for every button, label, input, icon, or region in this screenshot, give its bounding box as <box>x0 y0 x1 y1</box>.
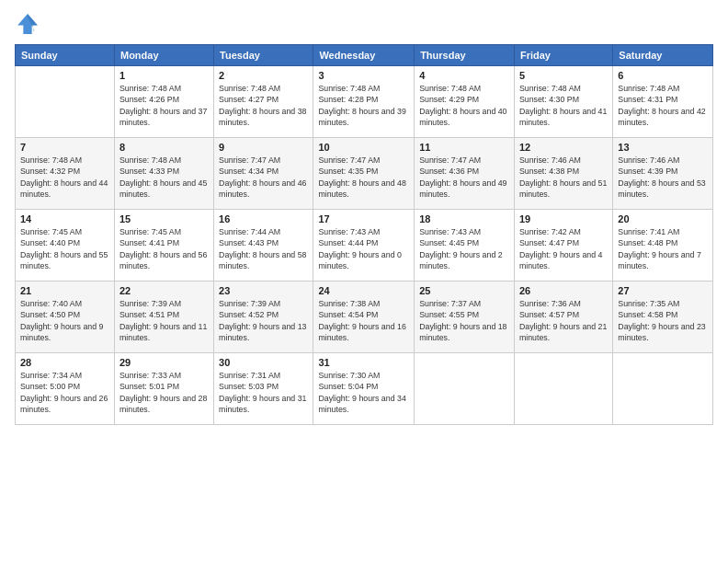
day-number: 7 <box>20 142 109 153</box>
day-info: Sunrise: 7:39 AMSunset: 4:52 PMDaylight:… <box>219 298 308 343</box>
calendar-body: 1Sunrise: 7:48 AMSunset: 4:26 PMDaylight… <box>16 66 713 425</box>
day-number: 21 <box>20 285 109 296</box>
calendar-cell: 3Sunrise: 7:48 AMSunset: 4:28 PMDaylight… <box>313 66 415 138</box>
day-number: 5 <box>519 70 608 81</box>
logo <box>15 11 44 37</box>
weekday-header: Monday <box>114 45 213 66</box>
calendar-cell: 30Sunrise: 7:31 AMSunset: 5:03 PMDayligh… <box>214 353 313 425</box>
day-info: Sunrise: 7:41 AMSunset: 4:48 PMDaylight:… <box>618 226 708 271</box>
day-info: Sunrise: 7:42 AMSunset: 4:47 PMDaylight:… <box>519 226 608 271</box>
day-info: Sunrise: 7:48 AMSunset: 4:27 PMDaylight:… <box>219 83 308 128</box>
day-number: 30 <box>219 357 308 368</box>
logo-icon <box>15 11 40 37</box>
day-info: Sunrise: 7:48 AMSunset: 4:29 PMDaylight:… <box>419 83 509 128</box>
calendar-week-row: 14Sunrise: 7:45 AMSunset: 4:40 PMDayligh… <box>16 210 713 282</box>
calendar-page: SundayMondayTuesdayWednesdayThursdayFrid… <box>0 0 728 563</box>
day-info: Sunrise: 7:45 AMSunset: 4:40 PMDaylight:… <box>20 226 109 271</box>
day-info: Sunrise: 7:48 AMSunset: 4:33 PMDaylight:… <box>119 155 209 200</box>
calendar-cell: 16Sunrise: 7:44 AMSunset: 4:43 PMDayligh… <box>214 210 313 282</box>
calendar-cell: 15Sunrise: 7:45 AMSunset: 4:41 PMDayligh… <box>114 210 213 282</box>
header <box>15 11 713 37</box>
day-number: 13 <box>618 142 708 153</box>
day-info: Sunrise: 7:43 AMSunset: 4:45 PMDaylight:… <box>419 226 509 271</box>
day-number: 29 <box>119 357 209 368</box>
calendar-cell: 18Sunrise: 7:43 AMSunset: 4:45 PMDayligh… <box>415 210 515 282</box>
calendar-cell: 25Sunrise: 7:37 AMSunset: 4:55 PMDayligh… <box>415 282 515 353</box>
calendar-cell: 13Sunrise: 7:46 AMSunset: 4:39 PMDayligh… <box>613 138 713 210</box>
day-number: 22 <box>119 285 209 296</box>
day-info: Sunrise: 7:34 AMSunset: 5:00 PMDaylight:… <box>20 370 109 415</box>
day-info: Sunrise: 7:37 AMSunset: 4:55 PMDaylight:… <box>419 298 509 343</box>
day-number: 6 <box>618 70 708 81</box>
day-number: 19 <box>519 213 608 224</box>
calendar-cell: 14Sunrise: 7:45 AMSunset: 4:40 PMDayligh… <box>16 210 115 282</box>
day-info: Sunrise: 7:46 AMSunset: 4:39 PMDaylight:… <box>618 155 708 200</box>
weekday-header: Wednesday <box>313 45 415 66</box>
day-info: Sunrise: 7:48 AMSunset: 4:28 PMDaylight:… <box>318 83 409 128</box>
day-info: Sunrise: 7:40 AMSunset: 4:50 PMDaylight:… <box>20 298 109 343</box>
day-info: Sunrise: 7:31 AMSunset: 5:03 PMDaylight:… <box>219 370 308 415</box>
day-info: Sunrise: 7:47 AMSunset: 4:36 PMDaylight:… <box>419 155 509 200</box>
day-info: Sunrise: 7:47 AMSunset: 4:34 PMDaylight:… <box>219 155 308 200</box>
day-number: 31 <box>318 357 409 368</box>
calendar-cell: 6Sunrise: 7:48 AMSunset: 4:31 PMDaylight… <box>613 66 713 138</box>
day-number: 27 <box>618 285 708 296</box>
weekday-header: Thursday <box>415 45 515 66</box>
day-number: 10 <box>318 142 409 153</box>
calendar-week-row: 7Sunrise: 7:48 AMSunset: 4:32 PMDaylight… <box>16 138 713 210</box>
calendar-cell: 2Sunrise: 7:48 AMSunset: 4:27 PMDaylight… <box>214 66 313 138</box>
day-number: 25 <box>419 285 509 296</box>
calendar-cell: 27Sunrise: 7:35 AMSunset: 4:58 PMDayligh… <box>613 282 713 353</box>
calendar-cell: 8Sunrise: 7:48 AMSunset: 4:33 PMDaylight… <box>114 138 213 210</box>
day-number: 15 <box>119 213 209 224</box>
calendar-cell: 4Sunrise: 7:48 AMSunset: 4:29 PMDaylight… <box>415 66 515 138</box>
calendar-week-row: 21Sunrise: 7:40 AMSunset: 4:50 PMDayligh… <box>16 282 713 353</box>
calendar-cell: 10Sunrise: 7:47 AMSunset: 4:35 PMDayligh… <box>313 138 415 210</box>
calendar-cell <box>415 353 515 425</box>
day-number: 23 <box>219 285 308 296</box>
day-info: Sunrise: 7:30 AMSunset: 5:04 PMDaylight:… <box>318 370 409 415</box>
calendar-cell: 24Sunrise: 7:38 AMSunset: 4:54 PMDayligh… <box>313 282 415 353</box>
day-number: 14 <box>20 213 109 224</box>
day-number: 4 <box>419 70 509 81</box>
calendar-cell: 11Sunrise: 7:47 AMSunset: 4:36 PMDayligh… <box>415 138 515 210</box>
day-number: 17 <box>318 213 409 224</box>
day-number: 12 <box>519 142 608 153</box>
calendar-cell: 9Sunrise: 7:47 AMSunset: 4:34 PMDaylight… <box>214 138 313 210</box>
calendar-cell: 21Sunrise: 7:40 AMSunset: 4:50 PMDayligh… <box>16 282 115 353</box>
calendar-cell: 1Sunrise: 7:48 AMSunset: 4:26 PMDaylight… <box>114 66 213 138</box>
day-number: 26 <box>519 285 608 296</box>
day-info: Sunrise: 7:36 AMSunset: 4:57 PMDaylight:… <box>519 298 608 343</box>
day-number: 9 <box>219 142 308 153</box>
calendar-cell <box>613 353 713 425</box>
calendar-cell <box>514 353 612 425</box>
calendar-cell: 5Sunrise: 7:48 AMSunset: 4:30 PMDaylight… <box>514 66 612 138</box>
weekday-header: Sunday <box>16 45 115 66</box>
day-info: Sunrise: 7:48 AMSunset: 4:31 PMDaylight:… <box>618 83 708 128</box>
day-number: 2 <box>219 70 308 81</box>
day-number: 24 <box>318 285 409 296</box>
day-number: 16 <box>219 213 308 224</box>
calendar-cell: 31Sunrise: 7:30 AMSunset: 5:04 PMDayligh… <box>313 353 415 425</box>
day-number: 3 <box>318 70 409 81</box>
calendar-cell <box>16 66 115 138</box>
day-number: 1 <box>119 70 209 81</box>
calendar-cell: 17Sunrise: 7:43 AMSunset: 4:44 PMDayligh… <box>313 210 415 282</box>
day-info: Sunrise: 7:33 AMSunset: 5:01 PMDaylight:… <box>119 370 209 415</box>
calendar-cell: 22Sunrise: 7:39 AMSunset: 4:51 PMDayligh… <box>114 282 213 353</box>
calendar-week-row: 28Sunrise: 7:34 AMSunset: 5:00 PMDayligh… <box>16 353 713 425</box>
day-number: 28 <box>20 357 109 368</box>
day-number: 11 <box>419 142 509 153</box>
calendar-cell: 19Sunrise: 7:42 AMSunset: 4:47 PMDayligh… <box>514 210 612 282</box>
day-info: Sunrise: 7:38 AMSunset: 4:54 PMDaylight:… <box>318 298 409 343</box>
day-info: Sunrise: 7:44 AMSunset: 4:43 PMDaylight:… <box>219 226 308 271</box>
calendar-cell: 12Sunrise: 7:46 AMSunset: 4:38 PMDayligh… <box>514 138 612 210</box>
day-info: Sunrise: 7:48 AMSunset: 4:26 PMDaylight:… <box>119 83 209 128</box>
day-info: Sunrise: 7:35 AMSunset: 4:58 PMDaylight:… <box>618 298 708 343</box>
weekday-header: Saturday <box>613 45 713 66</box>
day-info: Sunrise: 7:46 AMSunset: 4:38 PMDaylight:… <box>519 155 608 200</box>
calendar-cell: 26Sunrise: 7:36 AMSunset: 4:57 PMDayligh… <box>514 282 612 353</box>
day-number: 8 <box>119 142 209 153</box>
day-info: Sunrise: 7:47 AMSunset: 4:35 PMDaylight:… <box>318 155 409 200</box>
calendar-header-row: SundayMondayTuesdayWednesdayThursdayFrid… <box>16 45 713 66</box>
